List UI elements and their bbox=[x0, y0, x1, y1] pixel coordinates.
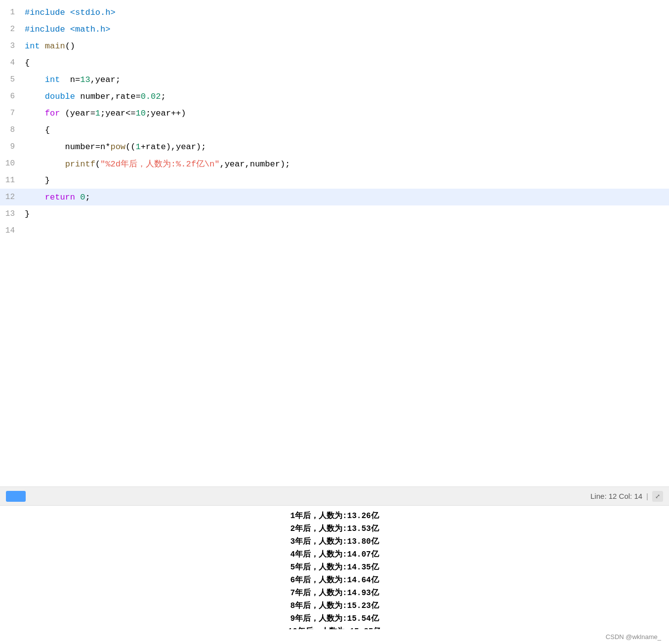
output-content: 1年后，人数为:13.26亿2年后，人数为:13.53亿3年后，人数为:13.8… bbox=[0, 506, 669, 629]
line-number: 14 bbox=[0, 226, 25, 235]
line-content: double number,rate=0.02; bbox=[25, 92, 669, 101]
line-number: 6 bbox=[0, 92, 25, 101]
output-line: 4年后，人数为:14.07亿 bbox=[0, 548, 669, 561]
status-right: Line: 12 Col: 14 | ⤢ bbox=[590, 491, 663, 502]
line-number: 8 bbox=[0, 125, 25, 134]
line-content: #include <math.h> bbox=[25, 25, 669, 34]
code-line: 2#include <math.h> bbox=[0, 21, 669, 38]
output-line: 10年后，人数为:15.85亿 bbox=[0, 625, 669, 629]
expand-icon[interactable]: ⤢ bbox=[652, 491, 663, 502]
line-content: { bbox=[25, 58, 669, 68]
line-content: } bbox=[25, 209, 669, 219]
output-line: 7年后，人数为:14.93亿 bbox=[0, 587, 669, 600]
code-line: 5 int n=13,year; bbox=[0, 71, 669, 88]
line-content: printf("%2d年后，人数为:%.2f亿\n",year,number); bbox=[25, 158, 669, 169]
line-number: 4 bbox=[0, 58, 25, 67]
line-content: return 0; bbox=[25, 193, 669, 202]
line-number: 3 bbox=[0, 41, 25, 50]
line-number: 7 bbox=[0, 109, 25, 118]
output-panel: 1年后，人数为:13.26亿2年后，人数为:13.53亿3年后，人数为:13.8… bbox=[0, 506, 669, 644]
line-number: 12 bbox=[0, 193, 25, 201]
code-line: 13} bbox=[0, 205, 669, 222]
line-number: 2 bbox=[0, 25, 25, 34]
code-line: 10 printf("%2d年后，人数为:%.2f亿\n",year,numbe… bbox=[0, 155, 669, 172]
code-editor: 1#include <stdio.h>2#include <math.h>3in… bbox=[0, 0, 669, 486]
output-line: 3年后，人数为:13.80亿 bbox=[0, 535, 669, 548]
code-line: 4{ bbox=[0, 54, 669, 71]
output-line: 2年后，人数为:13.53亿 bbox=[0, 523, 669, 535]
line-number: 10 bbox=[0, 159, 25, 168]
line-col-status: Line: 12 Col: 14 bbox=[590, 492, 642, 500]
code-line: 3int main() bbox=[0, 38, 669, 54]
code-area: 1#include <stdio.h>2#include <math.h>3in… bbox=[0, 0, 669, 486]
line-content: int main() bbox=[25, 41, 669, 51]
output-line: 6年后，人数为:14.64亿 bbox=[0, 574, 669, 587]
code-line: 1#include <stdio.h> bbox=[0, 4, 669, 21]
code-line: 9 number=n*pow((1+rate),year); bbox=[0, 138, 669, 155]
code-line: 11 } bbox=[0, 172, 669, 189]
code-line: 12 return 0; bbox=[0, 189, 669, 205]
line-number: 5 bbox=[0, 75, 25, 84]
status-bar: Line: 12 Col: 14 | ⤢ bbox=[0, 486, 669, 505]
code-line: 14 bbox=[0, 222, 669, 239]
code-line: 6 double number,rate=0.02; bbox=[0, 88, 669, 105]
line-content: #include <stdio.h> bbox=[25, 8, 669, 17]
status-divider: | bbox=[646, 492, 648, 500]
line-content: } bbox=[25, 176, 669, 185]
code-line: 8 { bbox=[0, 121, 669, 138]
line-content: int n=13,year; bbox=[25, 75, 669, 84]
line-number: 1 bbox=[0, 8, 25, 17]
status-left bbox=[6, 491, 26, 502]
output-line: 8年后，人数为:15.23亿 bbox=[0, 600, 669, 612]
status-blue-indicator bbox=[6, 491, 26, 502]
output-line: 1年后，人数为:13.26亿 bbox=[0, 510, 669, 523]
line-content: { bbox=[25, 125, 669, 135]
line-content: for (year=1;year<=10;year++) bbox=[25, 109, 669, 118]
line-number: 13 bbox=[0, 209, 25, 218]
code-line: 7 for (year=1;year<=10;year++) bbox=[0, 105, 669, 121]
output-line: 5年后，人数为:14.35亿 bbox=[0, 561, 669, 574]
line-number: 9 bbox=[0, 142, 25, 151]
line-content: number=n*pow((1+rate),year); bbox=[25, 142, 669, 152]
footer-text: CSDN @wklname_ bbox=[606, 633, 661, 641]
line-number: 11 bbox=[0, 176, 25, 185]
output-footer: CSDN @wklname_ bbox=[0, 629, 669, 644]
output-line: 9年后，人数为:15.54亿 bbox=[0, 612, 669, 625]
